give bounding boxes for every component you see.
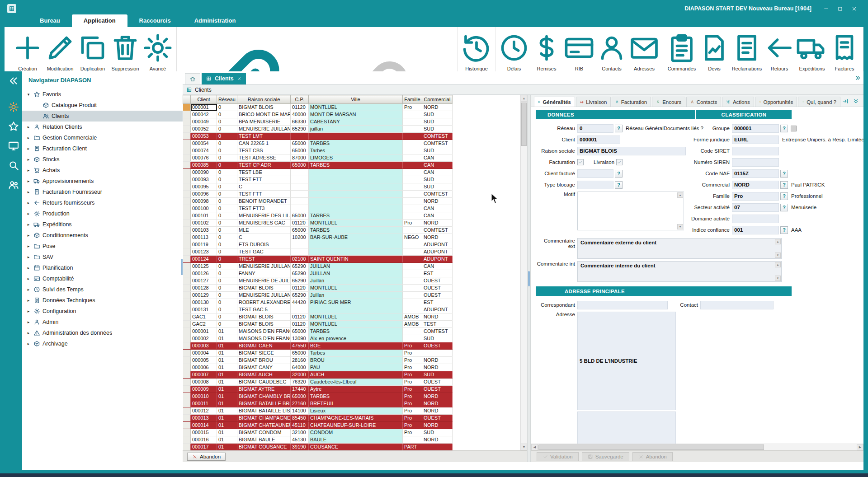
- cell-client[interactable]: 000103: [191, 227, 217, 234]
- cell-c-p[interactable]: 27160: [291, 400, 309, 407]
- cell-client[interactable]: 000085: [191, 162, 217, 169]
- motif-textarea[interactable]: ▲ ▼: [577, 192, 684, 230]
- cell-commercial[interactable]: OUEST: [422, 386, 453, 393]
- cell-ville[interactable]: AUCH: [309, 371, 403, 379]
- adresse-ligne2-input[interactable]: Complément adresse: [577, 412, 676, 444]
- ribbon-button-reclamations[interactable]: Reclamations: [731, 30, 763, 73]
- cell-client[interactable]: 000012: [191, 407, 217, 415]
- cell-ville[interactable]: MONT-DE-MARSAN: [309, 111, 403, 118]
- cell-famille[interactable]: AMOB: [403, 321, 422, 328]
- cell-ville[interactable]: Juillan: [309, 277, 403, 285]
- cell-c-p[interactable]: 65000: [291, 350, 309, 357]
- client-row-01-000005[interactable]: 00000501BIGMAT BROU28160BROUProNORD: [183, 357, 453, 364]
- rail-favorites-icon[interactable]: [8, 121, 19, 132]
- cell-client[interactable]: 000011: [191, 400, 217, 407]
- cell-c-p[interactable]: 45110: [291, 422, 309, 429]
- client-row-0-000103[interactable]: 0001030MLE65000TARBESCOMTEST: [183, 227, 453, 234]
- cell-famille[interactable]: Pro: [403, 400, 422, 407]
- form-tab-qui-quand[interactable]: Qui, quand ?: [798, 97, 840, 107]
- cell-commercial[interactable]: CAN: [422, 169, 453, 176]
- cell-ville[interactable]: MONTLUEL: [309, 220, 403, 227]
- cell-client[interactable]: 000016: [191, 436, 217, 444]
- rail-modules-icon[interactable]: [8, 101, 19, 113]
- row-selector[interactable]: [183, 162, 191, 169]
- cell-client[interactable]: 000005: [191, 357, 217, 364]
- cell-famille[interactable]: [403, 241, 422, 248]
- cell-reseau[interactable]: 0: [217, 306, 237, 313]
- cell-raison-sociale[interactable]: C: [237, 234, 291, 241]
- cell-raison-sociale[interactable]: MENUISERIE DES LILAS: [237, 212, 291, 220]
- cell-commercial[interactable]: OUEST: [422, 379, 453, 386]
- row-selector[interactable]: [183, 386, 191, 393]
- cell-raison-sociale[interactable]: TEST GAC: [237, 248, 291, 256]
- client-row-0-000098[interactable]: 0000980BENOIT MORANDETNORD: [183, 198, 453, 205]
- cell-client[interactable]: 000007: [191, 371, 217, 379]
- form-horizontal-scrollbar[interactable]: ◀ ▶: [531, 444, 863, 450]
- form-tab-encours[interactable]: Encours: [652, 97, 685, 107]
- grid-vertical-scrollbar[interactable]: ▲ ▼: [520, 95, 527, 450]
- cell-c-p[interactable]: 87000: [291, 154, 309, 162]
- row-selector[interactable]: [183, 371, 191, 379]
- row-selector[interactable]: [183, 212, 191, 220]
- cell-c-p[interactable]: [291, 169, 309, 176]
- cell-famille[interactable]: [403, 205, 422, 212]
- cell-commercial[interactable]: COMTEST: [422, 140, 453, 147]
- panel-splitter[interactable]: [527, 95, 531, 462]
- cell-c-p[interactable]: 32100: [291, 429, 309, 436]
- ribbon-button-devis[interactable]: Devis: [698, 30, 731, 73]
- cell-ville[interactable]: [309, 191, 403, 198]
- cell-ville[interactable]: PIRIAC SUR MER: [309, 299, 403, 306]
- contact-input[interactable]: [700, 301, 774, 309]
- tree-expander-icon[interactable]: ▸: [26, 125, 31, 129]
- scroll-down-icon[interactable]: ▼: [521, 444, 527, 450]
- cell-c-p[interactable]: 65290: [291, 277, 309, 285]
- cell-famille[interactable]: [403, 162, 422, 169]
- sidebar-item-facturation-client[interactable]: ▸Facturation Client: [22, 143, 183, 154]
- cell-c-p[interactable]: 65000: [291, 147, 309, 154]
- cell-client[interactable]: 000004: [191, 350, 217, 357]
- row-selector[interactable]: [183, 147, 191, 154]
- cell-commercial[interactable]: SUD: [422, 126, 453, 133]
- cell-reseau[interactable]: 0: [217, 285, 237, 292]
- cell-famille[interactable]: Pro: [403, 364, 422, 371]
- sidebar-item-admin[interactable]: ▸Admin: [22, 317, 183, 327]
- cell-client[interactable]: 000127: [191, 277, 217, 285]
- menu-tab-raccourcis[interactable]: Raccourcis: [127, 14, 183, 27]
- cell-ville[interactable]: [309, 248, 403, 256]
- client-input[interactable]: 000001: [577, 136, 620, 144]
- form-tab-actions[interactable]: Actions: [722, 97, 754, 107]
- cell-commercial[interactable]: SUD: [422, 371, 453, 379]
- cell-c-p[interactable]: 44420: [291, 299, 309, 306]
- cell-ville[interactable]: BRETEUIL: [309, 400, 403, 407]
- indice-confiance-input[interactable]: 001: [732, 226, 779, 234]
- cell-commercial[interactable]: NORD: [422, 220, 453, 227]
- cell-famille[interactable]: Pro: [403, 104, 422, 111]
- cell-raison-sociale[interactable]: ROBERT ALEXANDRE E: [237, 299, 291, 306]
- client-row-0-000124[interactable]: 0001240TREST02100SAINT QUENTINADUPONT: [183, 256, 453, 263]
- client-row-0-000049[interactable]: 0000490BPA MENUISERIE66330CABESTANYSUD: [183, 118, 453, 126]
- maximize-icon[interactable]: [837, 6, 843, 12]
- cell-reseau[interactable]: 01: [217, 407, 237, 415]
- cell-reseau[interactable]: 0: [217, 313, 237, 321]
- cell-reseau[interactable]: 0: [217, 277, 237, 285]
- cell-reseau[interactable]: 0: [217, 183, 237, 191]
- cell-ville[interactable]: [309, 183, 403, 191]
- form-tab-livraison[interactable]: Livraison: [576, 97, 611, 107]
- row-selector[interactable]: [183, 321, 191, 328]
- cell-commercial[interactable]: [422, 444, 453, 451]
- cell-famille[interactable]: [403, 299, 422, 306]
- expand-panel-icon[interactable]: [842, 98, 849, 104]
- sidebar-item-retours-fournisseurs[interactable]: ▸Retours fournisseurs: [22, 197, 183, 208]
- client-row-0-000126[interactable]: 0001260FANNY65290JUILLANEST: [183, 270, 453, 277]
- cell-reseau[interactable]: 01: [217, 444, 237, 451]
- ribbon-button-delais[interactable]: Délais: [498, 30, 530, 73]
- cell-reseau[interactable]: 01: [217, 400, 237, 407]
- cell-commercial[interactable]: EST: [422, 270, 453, 277]
- row-selector[interactable]: [183, 118, 191, 126]
- row-selector[interactable]: [183, 393, 191, 400]
- cell-client[interactable]: 000128: [191, 285, 217, 292]
- sidebar-item-achats[interactable]: ▸Achats: [22, 165, 183, 176]
- row-selector[interactable]: [183, 234, 191, 241]
- column-header-raison-sociale[interactable]: Raison sociale: [237, 95, 291, 104]
- cell-ville[interactable]: Aytre: [309, 386, 403, 393]
